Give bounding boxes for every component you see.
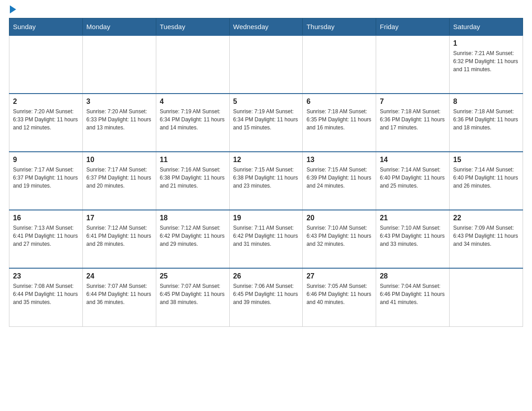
day-number: 23 xyxy=(13,272,79,280)
calendar-cell: 12Sunrise: 7:15 AM Sunset: 6:38 PM Dayli… xyxy=(229,152,303,210)
calendar-cell xyxy=(450,268,523,326)
day-number: 14 xyxy=(380,156,446,164)
day-number: 24 xyxy=(86,272,152,280)
calendar-cell: 22Sunrise: 7:09 AM Sunset: 6:43 PM Dayli… xyxy=(450,210,523,268)
calendar-cell: 4Sunrise: 7:19 AM Sunset: 6:34 PM Daylig… xyxy=(156,94,229,152)
day-info: Sunrise: 7:07 AM Sunset: 6:45 PM Dayligh… xyxy=(160,282,226,306)
day-info: Sunrise: 7:18 AM Sunset: 6:36 PM Dayligh… xyxy=(380,107,446,132)
day-number: 4 xyxy=(160,98,226,106)
day-number: 16 xyxy=(13,214,79,222)
day-number: 13 xyxy=(306,156,372,164)
day-number: 21 xyxy=(380,214,446,222)
day-info: Sunrise: 7:15 AM Sunset: 6:39 PM Dayligh… xyxy=(306,166,372,190)
day-number: 5 xyxy=(233,98,299,106)
weekday-header-friday: Friday xyxy=(376,18,450,36)
day-info: Sunrise: 7:21 AM Sunset: 6:32 PM Dayligh… xyxy=(453,49,519,73)
calendar-cell xyxy=(229,35,303,94)
calendar-cell: 24Sunrise: 7:07 AM Sunset: 6:44 PM Dayli… xyxy=(82,268,156,326)
weekday-header-thursday: Thursday xyxy=(303,18,376,36)
day-number: 12 xyxy=(233,156,299,164)
calendar-cell: 3Sunrise: 7:20 AM Sunset: 6:33 PM Daylig… xyxy=(82,94,156,152)
calendar-cell: 16Sunrise: 7:13 AM Sunset: 6:41 PM Dayli… xyxy=(9,210,83,268)
calendar-cell: 27Sunrise: 7:05 AM Sunset: 6:46 PM Dayli… xyxy=(303,268,376,326)
day-number: 15 xyxy=(453,156,519,164)
day-number: 25 xyxy=(160,272,226,280)
day-info: Sunrise: 7:07 AM Sunset: 6:44 PM Dayligh… xyxy=(86,282,152,306)
weekday-header-saturday: Saturday xyxy=(450,18,523,36)
calendar-cell: 1Sunrise: 7:21 AM Sunset: 6:32 PM Daylig… xyxy=(450,35,523,94)
calendar-table: SundayMondayTuesdayWednesdayThursdayFrid… xyxy=(9,18,523,327)
day-number: 28 xyxy=(380,272,446,280)
day-number: 20 xyxy=(306,214,372,222)
day-info: Sunrise: 7:09 AM Sunset: 6:43 PM Dayligh… xyxy=(453,224,519,248)
day-info: Sunrise: 7:13 AM Sunset: 6:41 PM Dayligh… xyxy=(13,224,79,248)
calendar-cell: 14Sunrise: 7:14 AM Sunset: 6:40 PM Dayli… xyxy=(376,152,450,210)
calendar-cell: 23Sunrise: 7:08 AM Sunset: 6:44 PM Dayli… xyxy=(9,268,83,326)
day-info: Sunrise: 7:19 AM Sunset: 6:34 PM Dayligh… xyxy=(233,107,299,132)
day-info: Sunrise: 7:16 AM Sunset: 6:38 PM Dayligh… xyxy=(160,166,226,190)
calendar-cell: 5Sunrise: 7:19 AM Sunset: 6:34 PM Daylig… xyxy=(229,94,303,152)
calendar-cell xyxy=(156,35,229,94)
calendar-cell: 19Sunrise: 7:11 AM Sunset: 6:42 PM Dayli… xyxy=(229,210,303,268)
logo xyxy=(9,9,16,13)
day-info: Sunrise: 7:11 AM Sunset: 6:42 PM Dayligh… xyxy=(233,224,299,248)
weekday-header-tuesday: Tuesday xyxy=(156,18,229,36)
weekday-header-wednesday: Wednesday xyxy=(229,18,303,36)
day-info: Sunrise: 7:06 AM Sunset: 6:45 PM Dayligh… xyxy=(233,282,299,306)
calendar-week-3: 9Sunrise: 7:17 AM Sunset: 6:37 PM Daylig… xyxy=(9,152,523,210)
day-number: 11 xyxy=(160,156,226,164)
day-info: Sunrise: 7:14 AM Sunset: 6:40 PM Dayligh… xyxy=(380,166,446,190)
calendar-cell: 15Sunrise: 7:14 AM Sunset: 6:40 PM Dayli… xyxy=(450,152,523,210)
day-number: 6 xyxy=(306,98,372,106)
calendar-header-row: SundayMondayTuesdayWednesdayThursdayFrid… xyxy=(9,18,523,36)
weekday-header-sunday: Sunday xyxy=(9,18,83,36)
day-number: 17 xyxy=(86,214,152,222)
calendar-cell: 18Sunrise: 7:12 AM Sunset: 6:42 PM Dayli… xyxy=(156,210,229,268)
day-info: Sunrise: 7:15 AM Sunset: 6:38 PM Dayligh… xyxy=(233,166,299,190)
calendar-cell: 6Sunrise: 7:18 AM Sunset: 6:35 PM Daylig… xyxy=(303,94,376,152)
day-info: Sunrise: 7:19 AM Sunset: 6:34 PM Dayligh… xyxy=(160,107,226,132)
day-info: Sunrise: 7:12 AM Sunset: 6:41 PM Dayligh… xyxy=(86,224,152,248)
day-number: 10 xyxy=(86,156,152,164)
calendar-cell: 7Sunrise: 7:18 AM Sunset: 6:36 PM Daylig… xyxy=(376,94,450,152)
calendar-week-5: 23Sunrise: 7:08 AM Sunset: 6:44 PM Dayli… xyxy=(9,268,523,326)
day-info: Sunrise: 7:20 AM Sunset: 6:33 PM Dayligh… xyxy=(86,107,152,132)
day-info: Sunrise: 7:17 AM Sunset: 6:37 PM Dayligh… xyxy=(86,166,152,190)
calendar-cell: 25Sunrise: 7:07 AM Sunset: 6:45 PM Dayli… xyxy=(156,268,229,326)
calendar-week-1: 1Sunrise: 7:21 AM Sunset: 6:32 PM Daylig… xyxy=(9,35,523,94)
calendar-cell: 8Sunrise: 7:18 AM Sunset: 6:36 PM Daylig… xyxy=(450,94,523,152)
calendar-cell: 28Sunrise: 7:04 AM Sunset: 6:46 PM Dayli… xyxy=(376,268,450,326)
calendar-cell: 20Sunrise: 7:10 AM Sunset: 6:43 PM Dayli… xyxy=(303,210,376,268)
calendar-week-2: 2Sunrise: 7:20 AM Sunset: 6:33 PM Daylig… xyxy=(9,94,523,152)
day-info: Sunrise: 7:05 AM Sunset: 6:46 PM Dayligh… xyxy=(306,282,372,306)
day-info: Sunrise: 7:20 AM Sunset: 6:33 PM Dayligh… xyxy=(13,107,79,132)
calendar-cell: 26Sunrise: 7:06 AM Sunset: 6:45 PM Dayli… xyxy=(229,268,303,326)
day-number: 19 xyxy=(233,214,299,222)
day-number: 8 xyxy=(453,98,519,106)
day-number: 22 xyxy=(453,214,519,222)
calendar-cell: 9Sunrise: 7:17 AM Sunset: 6:37 PM Daylig… xyxy=(9,152,83,210)
calendar-cell: 13Sunrise: 7:15 AM Sunset: 6:39 PM Dayli… xyxy=(303,152,376,210)
day-number: 27 xyxy=(306,272,372,280)
day-number: 7 xyxy=(380,98,446,106)
day-number: 9 xyxy=(13,156,79,164)
calendar-cell xyxy=(303,35,376,94)
day-info: Sunrise: 7:10 AM Sunset: 6:43 PM Dayligh… xyxy=(306,224,372,248)
calendar-cell: 10Sunrise: 7:17 AM Sunset: 6:37 PM Dayli… xyxy=(82,152,156,210)
day-number: 18 xyxy=(160,214,226,222)
day-info: Sunrise: 7:12 AM Sunset: 6:42 PM Dayligh… xyxy=(160,224,226,248)
calendar-cell: 11Sunrise: 7:16 AM Sunset: 6:38 PM Dayli… xyxy=(156,152,229,210)
day-info: Sunrise: 7:08 AM Sunset: 6:44 PM Dayligh… xyxy=(13,282,79,306)
day-info: Sunrise: 7:17 AM Sunset: 6:37 PM Dayligh… xyxy=(13,166,79,190)
page-header xyxy=(9,9,523,13)
calendar-cell xyxy=(82,35,156,94)
day-number: 1 xyxy=(453,39,519,47)
calendar-cell xyxy=(376,35,450,94)
day-info: Sunrise: 7:18 AM Sunset: 6:35 PM Dayligh… xyxy=(306,107,372,132)
day-info: Sunrise: 7:18 AM Sunset: 6:36 PM Dayligh… xyxy=(453,107,519,132)
day-number: 26 xyxy=(233,272,299,280)
day-number: 3 xyxy=(86,98,152,106)
calendar-cell: 17Sunrise: 7:12 AM Sunset: 6:41 PM Dayli… xyxy=(82,210,156,268)
logo-arrow-icon xyxy=(10,5,16,13)
day-info: Sunrise: 7:10 AM Sunset: 6:43 PM Dayligh… xyxy=(380,224,446,248)
